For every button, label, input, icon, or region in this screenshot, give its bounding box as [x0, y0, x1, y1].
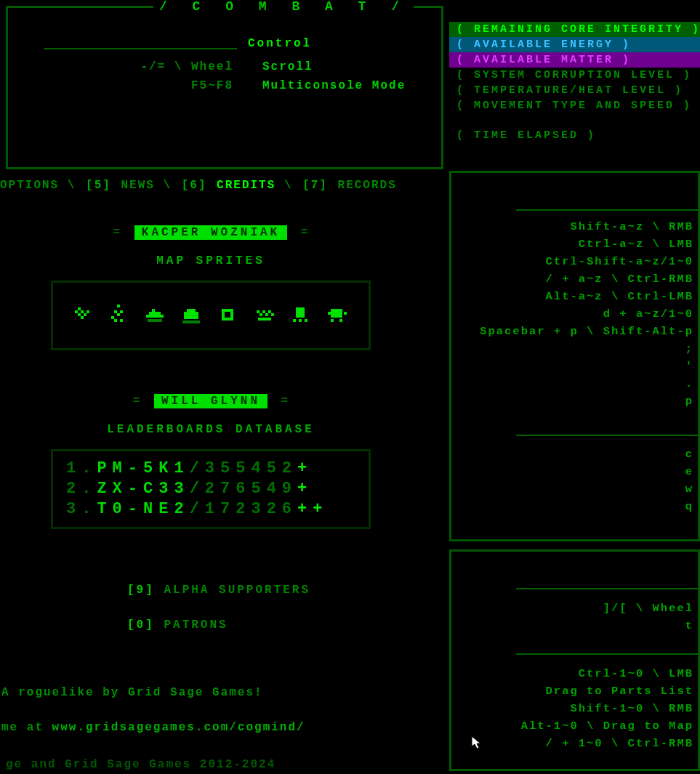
control-action: Multiconsole Mode — [262, 76, 406, 95]
sprite-icon — [145, 305, 168, 326]
menu-tabs: OPTIONS \ [5] NEWS \ [6] CREDITS \ [7] R… — [0, 179, 397, 192]
hud-matter: ( AVAILABLE MATTER ) — [449, 52, 700, 68]
leaderboard-row: 2.ZX-C33/276549+ — [66, 479, 355, 499]
keybind-row: t — [603, 617, 693, 634]
combat-panel: / C O M B A T / Control -/= \ Wheel Scro… — [6, 6, 443, 169]
sprite-icon — [326, 305, 350, 326]
keybind-row: Drag to Parts List — [521, 682, 693, 700]
keybind-list: Shift-a~z \ RMB Ctrl-a~z \ LMB Ctrl-Shif… — [480, 218, 693, 410]
keybind-row: Alt-1~0 \ Drag to Map — [521, 717, 693, 735]
keybind-row: / + 1~0 \ Ctrl-RMB — [521, 735, 693, 752]
control-section-header: Control — [248, 37, 441, 50]
keybind-list: Ctrl-1~0 \ LMB Drag to Parts List Shift-… — [521, 665, 693, 752]
link-alpha-supporters[interactable]: [9] ALPHA SUPPORTERS — [127, 573, 414, 608]
tab-credits-key: [6] — [182, 179, 207, 192]
lb-sep: / — [190, 459, 205, 477]
tab-records-key: [7] — [302, 179, 328, 192]
keybind-row: p — [480, 392, 693, 410]
keybind-row: Ctrl-1~0 \ LMB — [521, 665, 693, 682]
control-rows: -/= \ Wheel Scroll F5~F8 Multiconsole Mo… — [124, 57, 441, 95]
control-key: F5~F8 — [124, 76, 233, 95]
sprite-icon — [108, 305, 132, 326]
lb-rank: 1. — [66, 459, 97, 477]
leaderboard-row: 1.PM-5K1/355452+ — [66, 459, 355, 479]
credit-entry: = WILL GLYNN = — [7, 394, 414, 408]
url-prefix: me at — [1, 721, 52, 734]
hud-time: ( TIME ELAPSED ) — [449, 128, 700, 143]
url-line: me at www.gridsagegames.com/cogmind/ — [1, 710, 305, 745]
contributor-name: WILL GLYNN — [154, 394, 267, 408]
lb-name: ZX-C33 — [97, 480, 189, 498]
hud-corruption: ( SYSTEM CORRUPTION LEVEL ) — [449, 68, 700, 83]
copyright: ge and Grid Sage Games 2012-2024 — [6, 758, 275, 771]
decoration: = — [281, 395, 289, 408]
tab-news[interactable]: NEWS — [121, 179, 154, 192]
decoration: = — [113, 226, 121, 239]
hud-energy: ( AVAILABLE ENERGY ) — [449, 37, 700, 52]
sprite-icon — [181, 305, 204, 326]
keybind-row: Shift-a~z \ RMB — [480, 218, 693, 235]
lb-rank: 2. — [66, 480, 97, 498]
sprite-row — [60, 305, 361, 326]
leaderboard-row: 3.T0-NE2/172326++ — [66, 499, 355, 520]
keybind-row: ; — [480, 340, 693, 358]
keybind-row: . — [480, 375, 693, 392]
hud-movement: ( MOVEMENT TYPE AND SPEED ) — [449, 98, 700, 113]
keybind-list: ]/[ \ Wheel t — [603, 600, 693, 634]
tab-news-key: [5] — [86, 179, 111, 192]
control-action: Scroll — [262, 57, 313, 76]
control-key: -/= \ Wheel — [124, 57, 233, 76]
credit-entry: = KACPER WOZNIAK = — [7, 225, 414, 240]
link-label: ALPHA SUPPORTERS — [164, 584, 310, 597]
divider — [516, 435, 698, 436]
keybind-panel-parts: Shift-a~z \ RMB Ctrl-a~z \ LMB Ctrl-Shif… — [449, 171, 700, 541]
divider — [516, 209, 698, 211]
decoration: = — [133, 395, 141, 408]
control-row: F5~F8 Multiconsole Mode — [124, 76, 441, 95]
sprite-icon — [217, 305, 241, 326]
lb-sep: / — [190, 500, 205, 518]
hud-legend: ( REMAINING CORE INTEGRITY ) ( AVAILABLE… — [449, 22, 700, 143]
keybind-row: Ctrl-a~z \ LMB — [480, 235, 693, 253]
hud-integrity: ( REMAINING CORE INTEGRITY ) — [449, 22, 700, 37]
lb-score: 172326 — [205, 500, 297, 518]
keybind-row: e — [685, 463, 693, 480]
contributor-role: MAP SPRITES — [7, 254, 414, 267]
lb-sep: / — [190, 480, 205, 498]
keybind-row: d + a~z/1~0 — [480, 305, 693, 323]
more-credits-links: [9] ALPHA SUPPORTERS [0] PATRONS — [7, 573, 414, 642]
tab-credits[interactable]: CREDITS — [217, 179, 275, 192]
leaderboard-showcase: 1.PM-5K1/355452+ 2.ZX-C33/276549+ 3.T0-N… — [51, 449, 371, 529]
lb-name: T0-NE2 — [97, 500, 189, 518]
sprite-icon — [290, 305, 313, 326]
keybind-row: w — [685, 480, 693, 498]
hud-temperature: ( TEMPERATURE/HEAT LEVEL ) — [449, 83, 700, 98]
tab-options[interactable]: OPTIONS — [0, 179, 59, 192]
link-patrons[interactable]: [0] PATRONS — [127, 608, 414, 642]
contributor-name: KACPER WOZNIAK — [134, 225, 287, 240]
divider — [516, 588, 698, 589]
keybind-row: c — [685, 446, 693, 463]
lb-plus: + — [297, 480, 313, 498]
link-label: PATRONS — [164, 618, 228, 632]
keybind-list: c e w q — [685, 446, 693, 515]
keybind-row: Shift-1~0 \ RMB — [521, 700, 693, 717]
keybind-row: q — [685, 498, 693, 515]
divider — [44, 48, 237, 49]
hotkey: [9] — [127, 584, 155, 597]
url[interactable]: www.gridsagegames.com/cogmind/ — [52, 721, 305, 734]
keybind-panel-inventory: ]/[ \ Wheel t Ctrl-1~0 \ LMB Drag to Par… — [449, 549, 700, 771]
keybind-row: Ctrl-Shift-a~z/1~0 — [480, 253, 693, 270]
sprite-icon — [254, 305, 277, 326]
tagline: A roguelike by Grid Sage Games! — [1, 675, 305, 710]
tab-records[interactable]: RECORDS — [338, 179, 397, 192]
keybind-row: ]/[ \ Wheel — [603, 600, 693, 617]
lb-score: 276549 — [205, 480, 297, 498]
keybind-row: ' — [480, 358, 693, 375]
keybind-row: Alt-a~z \ Ctrl-LMB — [480, 288, 693, 305]
lb-plus: + — [297, 459, 313, 477]
divider — [516, 653, 698, 655]
keybind-row: / + a~z \ Ctrl-RMB — [480, 270, 693, 288]
keybind-row: Spacebar + p \ Shift-Alt-p — [480, 323, 693, 340]
sprite-showcase — [51, 281, 371, 350]
